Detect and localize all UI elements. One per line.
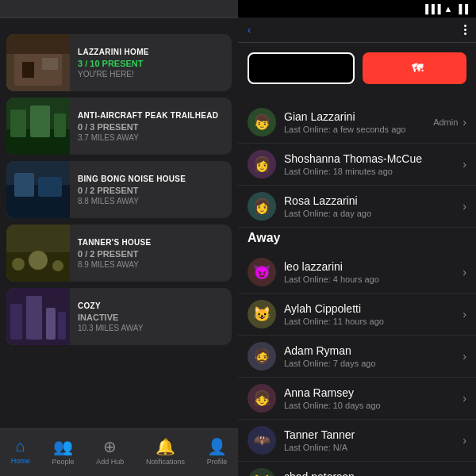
away-section-header: Away (238, 228, 476, 251)
person-last-online: Last Online: 10 days ago (284, 401, 463, 410)
hub-sub-info: YOU'RE HERE! (78, 70, 224, 79)
hub-item[interactable]: COZY INACTIVE 10.3 MILES AWAY (6, 288, 232, 345)
person-avatar: 👩 (248, 150, 276, 178)
status-bar: ▐▐▐ ▲ ▐▐ (238, 0, 476, 17)
hub-thumbnail (6, 98, 70, 155)
hub-item[interactable]: ANTI-AIRCRAFT PEAK TRAILHEAD 0 / 3 PRESE… (6, 98, 232, 155)
svg-rect-21 (26, 296, 42, 340)
hub-thumb-svg (6, 34, 70, 91)
svg-rect-4 (42, 58, 58, 70)
person-item[interactable]: 😈 leo lazzarini Last Online: 4 hours ago… (238, 251, 476, 294)
nav-item-profile[interactable]: 👤 Profile (207, 437, 228, 466)
hubs-title (0, 18, 238, 34)
map-icon: 🗺 (412, 62, 423, 75)
person-name: Tanner Tanner (284, 428, 463, 441)
person-avatar: 👧 (248, 384, 276, 413)
hub-item[interactable]: LAZZARINI HOME 3 / 10 PRESENT YOU'RE HER… (6, 34, 232, 91)
person-info: Shoshanna Thomas-McCue Last Online: 18 m… (284, 152, 463, 176)
hub-info: TANNER'S HOUSE 0 / 2 PRESENT 8.9 MILES A… (70, 232, 232, 275)
person-avatar: 👦 (248, 108, 276, 136)
wifi-icon: ▲ (444, 4, 453, 13)
person-name: Aylah Cippoletti (284, 302, 463, 315)
person-avatar: 😸 (248, 468, 276, 476)
dot-3 (464, 33, 466, 35)
person-info: Tanner Tanner Last Online: N/A (284, 428, 463, 452)
navigate-button[interactable]: 🗺 (363, 52, 466, 84)
hub-thumb-svg (6, 98, 70, 155)
person-name: Rosa Lazzarini (284, 194, 463, 207)
person-last-online: Last Online: N/A (284, 443, 463, 452)
hub-item[interactable]: TANNER'S HOUSE 0 / 2 PRESENT 8.9 MILES A… (6, 225, 232, 282)
person-info: Adam Ryman Last Online: 7 days ago (284, 344, 463, 368)
action-buttons: 🗺 (238, 43, 476, 92)
chevron-right-icon: › (463, 392, 466, 405)
svg-rect-7 (10, 109, 26, 137)
person-item[interactable]: 🦇 Tanner Tanner Last Online: N/A › (238, 420, 476, 462)
person-avatar: 😈 (248, 258, 276, 286)
person-item[interactable]: 👦 Gian Lazzarini Last Online: a few seco… (238, 102, 476, 144)
hub-thumbnail (6, 161, 70, 218)
nav-icon-home: ⌂ (16, 437, 25, 455)
present-section-header (238, 92, 476, 102)
person-info: Anna Ramsey Last Online: 10 days ago (284, 386, 463, 410)
hub-thumbnail (6, 34, 70, 91)
svg-point-17 (29, 251, 48, 270)
person-last-online: Last Online: 7 days ago (284, 359, 463, 368)
person-last-online: Last Online: 11 hours ago (284, 317, 463, 326)
dot-1 (464, 25, 466, 27)
person-info: Aylah Cippoletti Last Online: 11 hours a… (284, 302, 463, 326)
person-avatar: 👩 (248, 192, 276, 221)
right-header: ‹ (238, 17, 476, 43)
person-name: Gian Lazzarini (284, 110, 433, 123)
svg-rect-12 (14, 173, 34, 197)
more-options-button[interactable] (464, 25, 466, 35)
back-button[interactable]: ‹ (248, 24, 252, 36)
svg-rect-2 (6, 34, 70, 54)
ride-with-uber-button[interactable] (248, 52, 355, 84)
person-name: Shoshanna Thomas-McCue (284, 152, 463, 165)
dot-2 (464, 29, 466, 31)
svg-point-18 (52, 260, 63, 271)
hub-item[interactable]: BING BONG NOISE HOUSE 0 / 2 PRESENT 8.8 … (6, 161, 232, 218)
hub-name: LAZZARINI HOME (78, 48, 224, 56)
bottom-nav: ⌂ Home 👥 People ⊕ Add Hub 🔔 Notification… (0, 428, 238, 476)
hub-sub-info: 3.7 MILES AWAY (78, 133, 224, 142)
person-last-online: Last Online: a day ago (284, 209, 463, 218)
person-item[interactable]: 👧 Anna Ramsey Last Online: 10 days ago › (238, 378, 476, 420)
right-panel: ▐▐▐ ▲ ▐▐ ‹ 🗺 👦 Gian Lazzarini Last Onli (238, 0, 476, 476)
person-avatar: 😺 (248, 300, 276, 328)
person-badge: Admin (433, 117, 458, 127)
hub-name: BING BONG NOISE HOUSE (78, 175, 224, 183)
nav-label: Profile (207, 458, 228, 466)
person-item[interactable]: 😸 chad peterson Last Online: N/A › (238, 462, 476, 476)
person-avatar: 🧔 (248, 342, 276, 370)
svg-rect-9 (54, 113, 66, 137)
person-info: leo lazzarini Last Online: 4 hours ago (284, 260, 463, 284)
hub-thumb-svg (6, 225, 70, 282)
nav-item-notifications[interactable]: 🔔 Notifications (146, 437, 185, 466)
hub-name: COZY (78, 301, 224, 310)
svg-rect-22 (46, 308, 56, 340)
nav-item-home[interactable]: ⌂ Home (11, 437, 30, 465)
nav-item-add-hub[interactable]: ⊕ Add Hub (96, 437, 124, 466)
person-name: Adam Ryman (284, 344, 463, 357)
svg-rect-20 (10, 304, 22, 340)
chevron-right-icon: › (463, 350, 466, 363)
person-info: Rosa Lazzarini Last Online: a day ago (284, 194, 463, 218)
person-item[interactable]: 👩 Rosa Lazzarini Last Online: a day ago … (238, 186, 476, 228)
nav-icon-people: 👥 (53, 437, 73, 456)
hubs-list: LAZZARINI HOME 3 / 10 PRESENT YOU'RE HER… (0, 34, 238, 428)
chevron-right-icon: › (463, 116, 466, 129)
left-header (0, 0, 238, 18)
person-item[interactable]: 🧔 Adam Ryman Last Online: 7 days ago › (238, 336, 476, 378)
nav-icon-notifications: 🔔 (155, 437, 175, 456)
person-last-online: Last Online: a few seconds ago (284, 125, 433, 134)
chevron-right-icon: › (463, 266, 466, 278)
hub-present-count: 3 / 10 PRESENT (78, 59, 224, 68)
person-item[interactable]: 😺 Aylah Cippoletti Last Online: 11 hours… (238, 294, 476, 336)
person-item[interactable]: 👩 Shoshanna Thomas-McCue Last Online: 18… (238, 144, 476, 186)
person-info: Gian Lazzarini Last Online: a few second… (284, 110, 433, 134)
nav-item-people[interactable]: 👥 People (52, 437, 75, 466)
hub-present-count: INACTIVE (78, 313, 224, 322)
svg-rect-3 (22, 62, 34, 78)
